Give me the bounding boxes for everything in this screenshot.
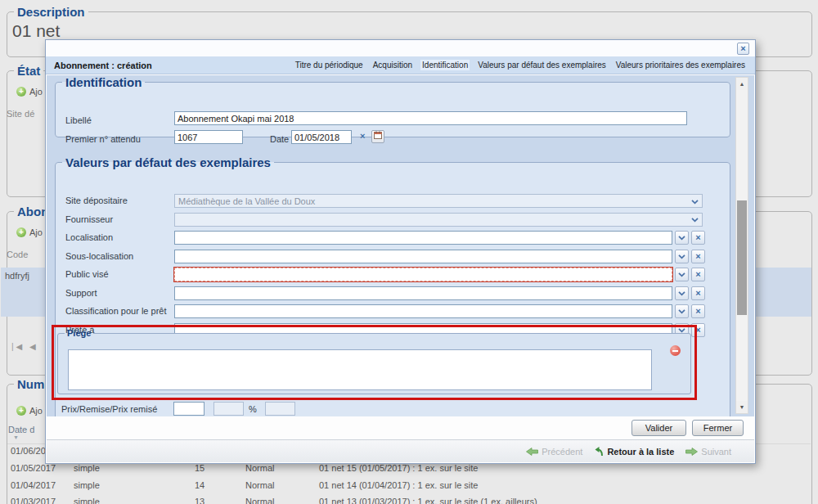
- field-label: Public visé: [65, 268, 109, 281]
- remove-icon[interactable]: [670, 345, 681, 356]
- date-input[interactable]: [291, 130, 352, 144]
- prix-remise-input[interactable]: [265, 402, 295, 416]
- table-row: 01/03/2017simple13Normal01 net 13 (01/03…: [0, 497, 818, 504]
- return-arrow-icon: [594, 446, 604, 457]
- premier-numero-label: Premier n° attendu: [65, 133, 141, 146]
- chevron-down-icon: [678, 236, 685, 241]
- scrollbar[interactable]: ▲ ▼: [735, 77, 748, 414]
- premier-numero-input[interactable]: [174, 130, 243, 144]
- dialog-content: Identification Libellé Premier n° attend…: [47, 75, 754, 416]
- field-label: Site dépositaire: [65, 194, 128, 208]
- combo-clear-button[interactable]: ×: [691, 286, 705, 300]
- arrow-right-icon: [685, 448, 698, 456]
- combo-select-disabled[interactable]: Médiathèque de la Vallée du Doux: [174, 194, 703, 208]
- plus-icon: +: [16, 87, 26, 97]
- table-cell: simple: [74, 463, 100, 473]
- combo-value: Médiathèque de la Vallée du Doux: [178, 196, 315, 206]
- combo-clear-button[interactable]: ×: [691, 231, 705, 245]
- modal-nav-link[interactable]: Valeurs prioritaires des exemplaires: [614, 60, 747, 70]
- dialog-titlebar: Abonnement : création Titre du périodiqu…: [46, 56, 755, 74]
- modal-nav: Titre du périodiqueAcquisitionIdentifica…: [294, 60, 747, 70]
- table-cell: 01/03/2017: [11, 497, 56, 504]
- table-row: 01/04/2017simple14Normal01 net 14 (01/04…: [0, 480, 818, 493]
- sort-desc-icon[interactable]: ▼: [13, 434, 19, 440]
- plus-icon: +: [16, 227, 26, 237]
- validate-button[interactable]: Valider: [631, 420, 686, 436]
- modal-nav-link[interactable]: Titre du périodique: [294, 60, 365, 70]
- table-cell: simple: [74, 497, 100, 504]
- date-column-header[interactable]: Date d: [8, 425, 34, 434]
- field-label: Classification pour le prêt: [65, 304, 167, 318]
- combo-row: Support×: [56, 286, 730, 301]
- date-clear-icon[interactable]: ×: [360, 131, 365, 141]
- chevron-down-icon: [691, 214, 699, 224]
- piege-legend: Piège: [65, 328, 93, 338]
- combo-clear-button[interactable]: ×: [691, 250, 705, 263]
- dialog-footer: Précédent Retour à la liste Suivant: [47, 439, 754, 462]
- plus-icon: +: [16, 406, 26, 416]
- percent-label: %: [249, 404, 257, 414]
- combo-dropdown-button[interactable]: [675, 231, 689, 245]
- etat-add-button[interactable]: + Ajo: [16, 87, 43, 97]
- remise-input[interactable]: [213, 402, 244, 416]
- libelle-input[interactable]: [174, 111, 687, 125]
- next-link[interactable]: Suivant: [685, 447, 731, 457]
- field-label: Sous-localisation: [65, 250, 133, 263]
- first-page-icon[interactable]: |◀: [11, 342, 25, 351]
- numeros-add-label: Ajo: [29, 406, 43, 416]
- abonnement-add-button[interactable]: + Ajo: [16, 227, 43, 237]
- table-cell: 01 net 15 (01/05/2017) : 1 ex. sur le si…: [319, 463, 478, 473]
- combo-clear-button[interactable]: ×: [691, 268, 705, 281]
- combo-clear-button[interactable]: ×: [691, 304, 705, 318]
- prev-page-icon[interactable]: ◀: [29, 342, 38, 351]
- page: Description 01 net État + Ajo Site dé Ab…: [0, 0, 818, 504]
- chevron-down-icon: [678, 291, 685, 296]
- combo-input[interactable]: [174, 231, 672, 245]
- modal-nav-link[interactable]: Valeurs par défaut des exemplaires: [476, 60, 608, 70]
- periodical-title-text: 01 net: [12, 21, 60, 41]
- table-cell: 15: [195, 463, 204, 473]
- close-icon[interactable]: ×: [737, 43, 749, 55]
- combo-row: Fournisseur: [56, 213, 730, 227]
- close-button[interactable]: Fermer: [692, 420, 744, 436]
- scroll-up-icon[interactable]: ▲: [736, 78, 748, 90]
- etat-site-column-label: Site dé: [7, 109, 34, 119]
- combo-input[interactable]: [174, 250, 672, 263]
- field-label: Fournisseur: [65, 213, 113, 227]
- table-cell: 14: [195, 480, 204, 490]
- subscription-creation-dialog: × Abonnement : création Titre du périodi…: [45, 39, 756, 464]
- modal-nav-link[interactable]: Identification: [420, 60, 470, 70]
- dialog-button-bar: Valider Fermer: [47, 416, 754, 439]
- table-cell: simple: [74, 480, 100, 490]
- table-cell: 01/05/2017: [11, 463, 56, 473]
- code-column-label: Code: [7, 250, 28, 259]
- previous-link[interactable]: Précédent: [526, 447, 582, 457]
- combo-dropdown-button[interactable]: [675, 286, 689, 300]
- back-to-list-label: Retour à la liste: [607, 447, 674, 457]
- pager: |◀ ◀: [11, 342, 38, 351]
- field-label: Localisation: [65, 231, 113, 245]
- combo-input[interactable]: [174, 268, 672, 281]
- identification-fieldset: Identification Libellé Premier n° attend…: [55, 75, 730, 137]
- piege-textarea[interactable]: [68, 349, 652, 390]
- modal-nav-link[interactable]: Acquisition: [371, 60, 414, 70]
- scroll-down-icon[interactable]: ▼: [736, 401, 748, 413]
- back-to-list-link[interactable]: Retour à la liste: [594, 446, 674, 457]
- combo-input[interactable]: [174, 304, 672, 318]
- scrollbar-thumb[interactable]: [737, 200, 747, 315]
- table-cell: 01 net 14 (01/04/2017) : 1 ex. sur le si…: [319, 480, 478, 490]
- combo-dropdown-button[interactable]: [675, 250, 689, 263]
- chevron-down-icon: [691, 196, 699, 206]
- combo-input[interactable]: [174, 286, 672, 300]
- prix-input[interactable]: [173, 402, 204, 416]
- table-cell: Normal: [245, 497, 274, 504]
- table-row: 01/05/2017simple15Normal01 net 15 (01/05…: [0, 463, 818, 476]
- numeros-add-button[interactable]: + Ajo: [16, 406, 43, 416]
- piege-fieldset: Piège: [57, 328, 691, 394]
- calendar-icon[interactable]: [371, 130, 384, 143]
- chevron-down-icon: [678, 272, 685, 277]
- combo-select-disabled[interactable]: [174, 213, 703, 227]
- combo-dropdown-button[interactable]: [675, 304, 689, 318]
- table-cell: 13: [195, 497, 204, 504]
- combo-dropdown-button[interactable]: [675, 268, 689, 281]
